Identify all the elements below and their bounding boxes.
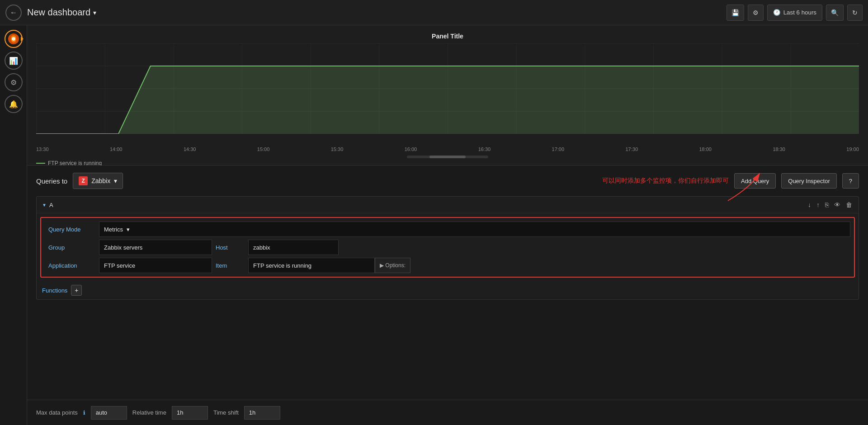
collapse-arrow-icon[interactable]: ▼ xyxy=(42,203,47,208)
query-row-actions: ↓ ↑ ⎘ 👁 🗑 xyxy=(807,200,853,209)
info-icon[interactable]: ℹ xyxy=(83,410,85,416)
search-button[interactable]: 🔍 xyxy=(826,5,844,21)
datasource-select[interactable]: Z Zabbix ▾ xyxy=(73,173,123,189)
time-range-button[interactable]: 🕐 Last 6 hours xyxy=(767,5,822,21)
move-up-icon[interactable]: ↑ xyxy=(816,200,821,209)
relative-time-input[interactable] xyxy=(172,406,208,420)
relative-time-label: Relative time xyxy=(132,409,166,416)
x-label-1430: 14:30 xyxy=(184,146,196,152)
delete-icon[interactable]: 🗑 xyxy=(845,200,853,209)
x-label-1600: 16:00 xyxy=(405,146,417,152)
bottom-toolbar: Max data points ℹ Relative time Time shi… xyxy=(27,400,868,425)
dashboard-title-text: New dashboard xyxy=(27,7,90,18)
time-shift-input[interactable] xyxy=(244,406,280,420)
refresh-button[interactable]: ↻ xyxy=(847,5,863,21)
add-function-button[interactable]: + xyxy=(71,285,82,296)
item-input[interactable] xyxy=(248,258,375,273)
query-mode-label: Query Mode xyxy=(45,222,99,236)
query-row-a: ▼ A ↓ ↑ ⎘ 👁 🗑 Query Mode xyxy=(36,196,859,300)
chart-svg xyxy=(36,43,859,134)
bell-icon: 🔔 xyxy=(9,100,18,109)
chart-scrollbar-thumb[interactable] xyxy=(429,156,466,158)
gear-icon: ⚙ xyxy=(10,78,17,87)
move-down-icon[interactable]: ↓ xyxy=(807,200,812,209)
x-label-1500: 15:00 xyxy=(257,146,270,152)
item-label: Item xyxy=(212,259,248,273)
chart-panel: Panel Title xyxy=(27,25,868,165)
clock-icon: 🕐 xyxy=(773,9,781,16)
sidebar-item-zabbix[interactable] xyxy=(5,30,23,48)
sidebar-item-settings[interactable]: ⚙ xyxy=(5,73,23,91)
max-data-points-label: Max data points xyxy=(36,409,78,416)
chart-scrollbar-track[interactable] xyxy=(407,156,488,158)
main-layout: 📊 ⚙ 🔔 Panel Title xyxy=(0,25,868,425)
x-label-1900: 19:00 xyxy=(846,146,859,152)
header-right: 💾 ⚙ 🕐 Last 6 hours 🔍 ↻ xyxy=(726,5,863,21)
x-label-1630: 16:30 xyxy=(478,146,491,152)
back-button[interactable]: ← xyxy=(5,5,22,21)
dashboard-title[interactable]: New dashboard ▾ xyxy=(27,7,96,18)
x-label-1830: 18:30 xyxy=(773,146,785,152)
chart-area: 1.5 1.0 0.5 0 13:30 14:00 14:30 15:00 15… xyxy=(36,43,859,143)
annotation-text: 可以同时添加多个监控项，你们自行添加即可 xyxy=(602,177,729,185)
legend-line-icon xyxy=(36,163,45,164)
help-button[interactable]: ? xyxy=(842,173,859,189)
group-label: Group xyxy=(45,241,99,255)
query-section: Queries to Z Zabbix ▾ 可以同时添加多个监控项，你们自行添加… xyxy=(27,165,868,400)
chart-icon: 📊 xyxy=(9,57,18,65)
datasource-name: Zabbix xyxy=(91,177,110,184)
query-row-a-label: ▼ A xyxy=(42,202,53,208)
chevron-down-icon: ▾ xyxy=(93,9,96,16)
query-mode-value: Metrics xyxy=(104,226,123,233)
application-label: Application xyxy=(45,259,99,273)
application-input[interactable] xyxy=(99,258,212,273)
time-range-label: Last 6 hours xyxy=(783,9,816,16)
query-mode-chevron-icon: ▾ xyxy=(127,226,130,233)
sidebar: 📊 ⚙ 🔔 xyxy=(0,25,27,425)
sidebar-item-chart[interactable]: 📊 xyxy=(5,52,23,70)
x-label-1800: 18:00 xyxy=(699,146,712,152)
x-label-1700: 17:00 xyxy=(552,146,565,152)
settings-button[interactable]: ⚙ xyxy=(748,5,764,21)
form-row-application-item: Application Item ▶ Options: xyxy=(45,258,850,273)
add-query-button[interactable]: Add Query xyxy=(734,173,776,189)
query-row-a-name: A xyxy=(49,202,53,208)
zabbix-z-icon: Z xyxy=(79,176,88,185)
functions-row: Functions + xyxy=(37,281,859,299)
header-left: ← New dashboard ▾ xyxy=(5,5,96,21)
query-row-a-header: ▼ A ↓ ↑ ⎘ 👁 🗑 xyxy=(37,197,859,213)
query-header: Queries to Z Zabbix ▾ 可以同时添加多个监控项，你们自行添加… xyxy=(36,173,859,189)
time-shift-label: Time shift xyxy=(213,409,239,416)
queries-to-label: Queries to xyxy=(36,177,67,185)
query-inspector-button[interactable]: Query Inspector xyxy=(781,173,837,189)
form-row-query-mode: Query Mode Metrics ▾ xyxy=(45,222,850,237)
content: Panel Title xyxy=(27,25,868,425)
query-form: Query Mode Metrics ▾ Group Host xyxy=(40,217,855,278)
save-button[interactable]: 💾 xyxy=(726,5,744,21)
eye-icon[interactable]: 👁 xyxy=(833,200,841,209)
svg-point-2 xyxy=(12,37,15,41)
query-mode-select[interactable]: Metrics ▾ xyxy=(99,222,850,237)
panel-title: Panel Title xyxy=(36,33,859,40)
form-row-group-host: Group Host xyxy=(45,240,850,255)
functions-label: Functions xyxy=(42,287,67,294)
group-input[interactable] xyxy=(99,240,212,255)
host-input[interactable] xyxy=(248,240,339,255)
header: ← New dashboard ▾ 💾 ⚙ 🕐 Last 6 hours 🔍 ↻ xyxy=(0,0,868,25)
x-label-1400: 14:00 xyxy=(110,146,123,152)
max-data-points-input[interactable] xyxy=(91,406,127,420)
duplicate-icon[interactable]: ⎘ xyxy=(824,200,830,209)
options-button[interactable]: ▶ Options: xyxy=(375,258,410,273)
sidebar-item-alerts[interactable]: 🔔 xyxy=(5,95,23,113)
svg-marker-9 xyxy=(36,66,859,134)
host-label: Host xyxy=(212,241,248,255)
x-label-1730: 17:30 xyxy=(626,146,638,152)
x-label-1330: 13:30 xyxy=(36,146,49,152)
chevron-down-icon: ▾ xyxy=(114,177,117,184)
x-label-1530: 15:30 xyxy=(331,146,344,152)
zabbix-logo-icon xyxy=(7,33,20,45)
